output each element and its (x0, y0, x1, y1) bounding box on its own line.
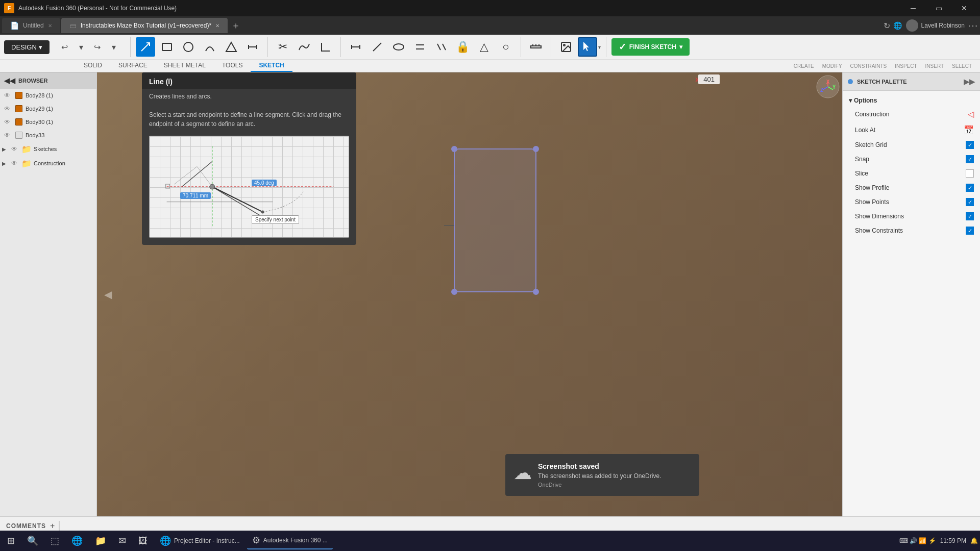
mail-taskbar-button[interactable]: ✉ (113, 532, 131, 549)
notification-taskbar-icon[interactable]: 🔔 (970, 537, 978, 544)
arc-tool-button[interactable] (200, 37, 219, 57)
photos-taskbar-button[interactable]: 🖼 (133, 532, 153, 549)
toolbar-divider-5 (551, 37, 551, 57)
title-left: F Autodesk Fusion 360 (Personal - Not fo… (4, 3, 177, 13)
tab-untitled-close[interactable]: ✕ (48, 23, 52, 29)
palette-lookat-label: Look At (855, 127, 875, 134)
close-button[interactable]: ✕ (952, 0, 976, 16)
rectangle-tool-button[interactable] (157, 37, 177, 57)
tab-maze-close[interactable]: ✕ (215, 23, 219, 29)
solid-tab[interactable]: SOLID (76, 60, 110, 72)
undo-button[interactable]: ↩ (58, 40, 72, 54)
browser-sketches-folder[interactable]: ▶ 👁 📁 Sketches (0, 142, 96, 156)
polygon-tool-button[interactable] (222, 37, 241, 57)
maximize-button[interactable]: ▭ (927, 0, 950, 16)
start-button[interactable]: ⊞ (2, 532, 20, 549)
palette-item-snap[interactable]: Snap ✓ (843, 152, 980, 166)
scissors-tool-button[interactable]: ✂ (273, 37, 292, 57)
palette-showprofile-check[interactable]: ✓ (966, 184, 974, 192)
line2-tool-button[interactable] (368, 37, 387, 57)
browser-body-row-3[interactable]: 👁 Body33 (0, 129, 96, 142)
svg-point-21 (564, 44, 565, 46)
palette-item-lookat[interactable]: Look At 📅 (843, 122, 980, 138)
palette-options-section: ▾ Options Construction ◁ Look At 📅 Sketc… (843, 91, 980, 242)
insert-image-button[interactable] (556, 37, 576, 57)
palette-slice-check[interactable] (966, 169, 974, 178)
select-dropdown-icon[interactable]: ▾ (598, 44, 601, 50)
start-icon: ⊞ (7, 535, 15, 546)
svg-line-0 (141, 43, 150, 51)
palette-item-showpoints[interactable]: Show Points ✓ (843, 195, 980, 209)
browser-body-row-2[interactable]: 👁 Body30 (1) (0, 115, 96, 129)
palette-sketchgrid-check[interactable]: ✓ (966, 141, 974, 149)
browser-body-row-0[interactable]: 👁 Body28 (1) (0, 89, 96, 102)
surface-tab[interactable]: SURFACE (110, 60, 156, 72)
taskbar-time: 11:59 PM (940, 537, 966, 545)
circle-tool-button[interactable] (179, 37, 198, 57)
user-menu-icon[interactable]: ⋯ (968, 19, 978, 32)
palette-item-showconstraints[interactable]: Show Constraints ✓ (843, 223, 980, 238)
taskview-button[interactable]: ⬚ (45, 532, 64, 549)
tab-untitled[interactable]: 📄 Untitled ✕ (2, 18, 60, 33)
browser-header[interactable]: ◀◀ BROWSER (0, 72, 96, 89)
palette-lookat-icon: 📅 (964, 125, 974, 135)
line-tool-button[interactable] (136, 37, 155, 57)
canvas-area[interactable]: X 401 X Y Z ◀ (97, 72, 842, 516)
palette-item-slice[interactable]: Slice (843, 166, 980, 181)
fillet-tool-button[interactable] (316, 37, 335, 57)
palette-expand-icon[interactable]: ▶▶ (964, 78, 975, 86)
undo-redo-group: ↩ ▾ ↪ ▾ (58, 40, 121, 54)
palette-item-sketchgrid[interactable]: Sketch Grid ✓ (843, 138, 980, 152)
refresh-icon[interactable]: ↻ (884, 21, 890, 31)
palette-showpoints-check[interactable]: ✓ (966, 198, 974, 206)
dimension-tool-button[interactable] (346, 37, 365, 57)
sketch-tab[interactable]: SKETCH (251, 60, 292, 72)
measure-tool-button[interactable] (526, 37, 546, 57)
palette-snap-check[interactable]: ✓ (966, 155, 974, 163)
minimize-button[interactable]: ─ (901, 0, 925, 16)
palette-item-showprofile[interactable]: Show Profile ✓ (843, 181, 980, 195)
toolbar-divider-2 (267, 37, 268, 57)
browser-body-row-1[interactable]: 👁 Body29 (1) (0, 102, 96, 115)
chrome-taskbar-button[interactable]: 🌐 (66, 532, 88, 549)
tab-untitled-icon: 📄 (10, 21, 19, 30)
tab-maze[interactable]: 🗃 Instructables Maze Box Tutorial (v1~re… (61, 18, 228, 33)
palette-item-construction[interactable]: Construction ◁ (843, 106, 980, 122)
redo-dropdown-button[interactable]: ▾ (107, 40, 121, 54)
palette-item-showdimensions[interactable]: Show Dimensions ✓ (843, 209, 980, 223)
browser-construction-folder[interactable]: ▶ 👁 📁 Construction (0, 156, 96, 170)
design-button[interactable]: DESIGN ▾ (4, 40, 50, 54)
add-comment-button[interactable]: + (50, 521, 55, 531)
files-taskbar-button[interactable]: 📁 (90, 532, 111, 549)
folder-arrow-sketches: ▶ (2, 146, 9, 152)
add-tab-button[interactable]: ＋ (229, 18, 243, 33)
palette-showconstraints-check[interactable]: ✓ (966, 227, 974, 235)
ellipse-tool-button[interactable] (389, 37, 408, 57)
constrain-tool-button[interactable] (432, 37, 451, 57)
svg-point-31 (533, 146, 539, 152)
fusion360-taskbar-label: Autodesk Fusion 360 ... (263, 537, 328, 544)
select-tool-button[interactable] (578, 37, 597, 57)
parallel-tool-button[interactable] (410, 37, 430, 57)
fusion360-taskbar-button[interactable]: ⚙ Autodesk Fusion 360 ... (247, 532, 333, 549)
online-icon[interactable]: 🌐 (893, 21, 902, 30)
project-editor-taskbar-button[interactable]: 🌐 Project Editor - Instruc... (155, 532, 245, 549)
palette-options-title[interactable]: ▾ Options (843, 95, 980, 106)
tooltip-title: Line (l) (142, 72, 356, 89)
tools-tab[interactable]: TOOLS (214, 60, 251, 72)
sheet-metal-tab[interactable]: SHEET METAL (156, 60, 214, 72)
body-icon-1 (14, 104, 23, 113)
folder-eye-construction: 👁 (11, 160, 19, 167)
redo-button[interactable]: ↪ (90, 40, 105, 54)
finish-sketch-button[interactable]: ✓ FINISH SKETCH ▾ (611, 38, 690, 56)
slot-tool-button[interactable] (243, 37, 262, 57)
spline-tool-button[interactable] (295, 37, 314, 57)
circle2-tool-button[interactable]: ○ (496, 37, 516, 57)
undo-dropdown-button[interactable]: ▾ (74, 40, 88, 54)
notification-content: Screenshot saved The screenshot was adde… (538, 462, 691, 488)
comments-divider (59, 521, 60, 531)
palette-showdimensions-check[interactable]: ✓ (966, 212, 974, 220)
search-taskbar-button[interactable]: 🔍 (22, 532, 43, 549)
triangle-tool-button[interactable]: △ (475, 37, 494, 57)
lock-tool-button[interactable]: 🔒 (453, 37, 473, 57)
